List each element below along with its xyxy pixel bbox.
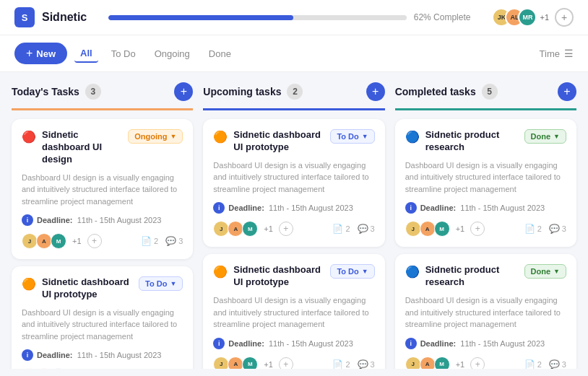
card-today-2-title: Sidnetic dashboard UI prototype — [42, 276, 134, 301]
card-today-1-title: Sidnetic dashboard UI design — [42, 129, 124, 166]
attachment-number: 2 — [154, 237, 158, 245]
footer-add-member-button[interactable]: + — [279, 222, 293, 236]
footer-add-member-button[interactable]: + — [279, 357, 293, 369]
comment-icon: 💬 — [549, 224, 560, 234]
toolbar-left: + New All To Do Ongoing Done — [14, 43, 237, 64]
comment-count: 💬 3 — [358, 224, 375, 234]
comment-icon: 💬 — [549, 359, 560, 369]
footer-add-member-button[interactable]: + — [470, 357, 485, 369]
task-icon: 🟠 — [213, 130, 228, 144]
tab-done[interactable]: Done — [203, 45, 237, 62]
deadline-icon: i — [405, 202, 417, 214]
col-completed-add-button[interactable]: + — [558, 82, 576, 101]
comment-number: 3 — [562, 224, 566, 233]
attachment-icon: 📄 — [524, 224, 535, 234]
footer-meta: 📄 2 💬 3 — [332, 224, 374, 234]
comment-icon: 💬 — [358, 359, 368, 369]
task-icon: 🔵 — [405, 130, 420, 144]
footer-avatar-count: +1 — [264, 224, 273, 233]
tab-todo[interactable]: To Do — [105, 45, 142, 62]
card-upcoming-1-header: 🟠 Sidnetic dashboard UI prototype To Do … — [213, 129, 374, 154]
card-upcoming-2-footer: J A M +1 + 📄 2 💬 3 — [213, 357, 374, 369]
progress-label: 62% Complete — [414, 12, 471, 22]
footer-avatar-count: +1 — [264, 360, 273, 369]
card-today-1-desc: Dashboard UI design is a visually engagi… — [22, 172, 183, 208]
attachment-count: 📄 2 — [332, 224, 350, 234]
footer-avatar-1: J — [405, 221, 421, 237]
status-badge-done[interactable]: Done ▼ — [524, 129, 566, 144]
deadline-prefix: Deadline: — [420, 204, 457, 212]
task-icon-ongoing: 🔴 — [22, 130, 36, 144]
footer-avatars: J A M +1 + — [213, 221, 293, 237]
attachment-count: 📄 2 — [332, 359, 350, 369]
new-task-button[interactable]: + New — [14, 43, 67, 64]
card-completed-2-title: Sidnetic product research — [425, 264, 520, 289]
comment-count: 💬 3 — [358, 359, 375, 369]
status-badge-todo[interactable]: To Do ▼ — [330, 129, 374, 144]
card-today-2: 🟠 Sidnetic dashboard UI prototype To Do … — [12, 266, 193, 369]
footer-avatar-3: M — [242, 221, 258, 237]
card-completed-2-header: 🔵 Sidnetic product research Done ▼ — [405, 264, 566, 289]
card-today-2-header: 🟠 Sidnetic dashboard UI prototype To Do … — [22, 276, 183, 301]
column-completed: Completed tasks 5 + 🔵 Sidnetic product r… — [395, 82, 576, 359]
deadline-date: 11th - 15th August 2023 — [460, 339, 545, 348]
footer-avatars: J A M +1 + — [213, 357, 293, 369]
deadline-text: Deadline: 11th - 15th August 2023 — [420, 204, 545, 212]
col-upcoming-header-left: Upcoming tasks 2 — [203, 84, 303, 100]
card-upcoming-1: 🟠 Sidnetic dashboard UI prototype To Do … — [203, 119, 384, 247]
attachment-number: 2 — [537, 224, 542, 233]
add-member-button[interactable]: + — [555, 8, 574, 27]
deadline-icon: i — [22, 214, 33, 226]
footer-avatars: J A M +1 + — [22, 368, 102, 369]
status-label: Done — [531, 267, 551, 276]
status-badge-ongoing[interactable]: Ongoing ▼ — [128, 129, 183, 144]
tab-ongoing[interactable]: Ongoing — [149, 45, 196, 62]
card-completed-1-footer: J A M +1 + 📄 2 💬 3 — [405, 221, 566, 237]
badge-dropdown-icon: ▼ — [170, 133, 176, 140]
footer-add-member-button[interactable]: + — [87, 234, 102, 248]
task-icon: 🟠 — [213, 265, 228, 279]
deadline-prefix: Deadline: — [228, 204, 264, 212]
footer-avatars: J A M +1 + — [405, 357, 485, 369]
card-today-2-deadline: i Deadline: 11th - 15th August 2023 — [22, 349, 183, 361]
footer-meta: 📄 2 💬 3 — [141, 236, 183, 246]
card-today-1-title-row: 🔴 Sidnetic dashboard UI design — [22, 129, 124, 166]
task-icon-todo: 🟠 — [22, 277, 36, 291]
tab-all[interactable]: All — [74, 45, 98, 63]
footer-avatar-2: A — [36, 233, 52, 249]
app-title: Sidnetic — [42, 11, 87, 24]
footer-avatar-count: +1 — [72, 237, 82, 245]
col-today-add-button[interactable]: + — [174, 82, 193, 101]
toolbar-right: Time ☰ — [540, 48, 574, 59]
attachment-number: 2 — [345, 360, 350, 369]
status-badge-todo[interactable]: To Do ▼ — [330, 264, 374, 279]
attachment-icon: 📄 — [332, 224, 343, 234]
col-upcoming-title: Upcoming tasks — [203, 86, 281, 97]
toolbar: + New All To Do Ongoing Done Time ☰ — [0, 35, 588, 72]
footer-avatar-3: M — [434, 357, 450, 369]
deadline-prefix: Deadline: — [37, 216, 73, 224]
attachment-count: 📄 2 — [524, 359, 542, 369]
status-badge-done[interactable]: Done ▼ — [524, 264, 566, 279]
card-today-1-header: 🔴 Sidnetic dashboard UI design Ongoing ▼ — [22, 129, 183, 166]
deadline-icon: i — [22, 349, 33, 361]
col-upcoming-add-button[interactable]: + — [366, 82, 385, 101]
avatar-count: +1 — [540, 13, 549, 22]
card-upcoming-1-title: Sidnetic dashboard UI prototype — [233, 129, 326, 154]
col-completed-title: Completed tasks — [395, 86, 476, 97]
card-today-2-desc: Dashboard UI design is a visually engagi… — [22, 307, 183, 343]
status-badge-todo[interactable]: To Do ▼ — [139, 276, 183, 291]
avatar-3: MR — [518, 8, 537, 27]
sort-icon[interactable]: ☰ — [564, 48, 574, 59]
footer-avatar-2: A — [228, 221, 243, 237]
status-label: To Do — [337, 267, 358, 276]
footer-add-member-button[interactable]: + — [470, 222, 485, 236]
column-today-header: Today's Tasks 3 + — [12, 82, 193, 110]
footer-avatar-3: M — [434, 221, 450, 237]
card-completed-1: 🔵 Sidnetic product research Done ▼ Dashb… — [395, 119, 576, 247]
plus-icon: + — [26, 47, 33, 60]
footer-avatar-3: M — [51, 233, 66, 249]
column-upcoming-header: Upcoming tasks 2 + — [203, 82, 384, 110]
comment-count: 💬 3 — [549, 224, 566, 234]
columns-container: Today's Tasks 3 + 🔴 Sidnetic dashboard U… — [0, 72, 588, 369]
